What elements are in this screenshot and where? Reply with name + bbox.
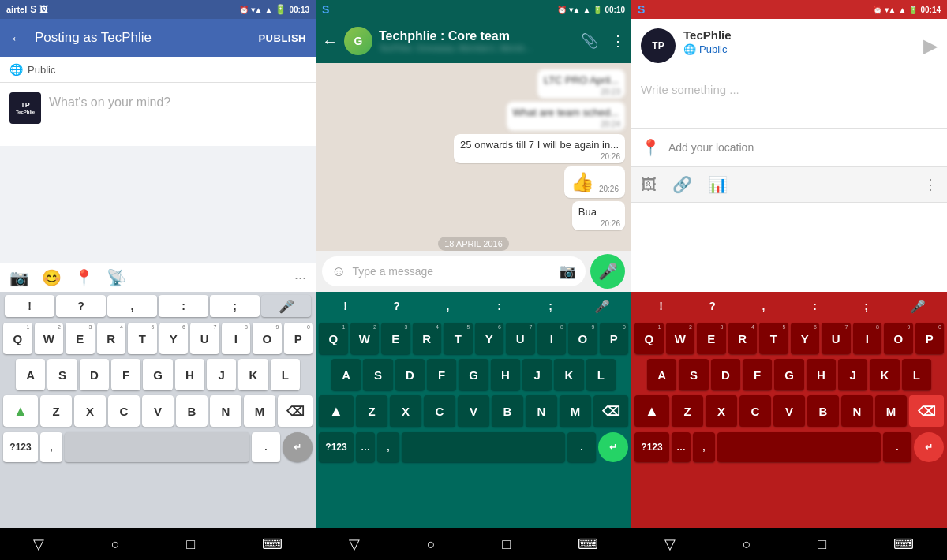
key-a-2[interactable]: A bbox=[331, 359, 361, 390]
key-m-1[interactable]: M bbox=[244, 395, 275, 427]
nav-recent-3[interactable]: □ bbox=[818, 536, 826, 553]
key-o-1[interactable]: O9 bbox=[253, 323, 282, 354]
key-f-1[interactable]: F bbox=[111, 359, 140, 390]
sym-comma-sym-1[interactable]: , bbox=[107, 295, 157, 317]
shift-key-3[interactable]: ▲ bbox=[634, 395, 669, 427]
shift-key-1[interactable]: ▲ bbox=[3, 395, 38, 427]
key-b-2[interactable]: B bbox=[492, 395, 523, 427]
attach-link-icon[interactable]: 🔗 bbox=[672, 175, 692, 194]
key-r-3[interactable]: R4 bbox=[728, 323, 758, 354]
key-o-2[interactable]: O9 bbox=[568, 323, 597, 354]
key-e-2[interactable]: E3 bbox=[381, 323, 410, 354]
wa-emoji-icon[interactable]: ☺ bbox=[331, 263, 346, 280]
key-x-3[interactable]: X bbox=[706, 395, 737, 427]
back-button-2[interactable]: ← bbox=[322, 32, 338, 50]
enter-key-2[interactable]: ↵ bbox=[598, 432, 628, 462]
shift-key-2[interactable]: ▲ bbox=[319, 395, 354, 427]
key-v-1[interactable]: V bbox=[142, 395, 174, 427]
num-key-3[interactable]: ?123 bbox=[634, 432, 669, 462]
nav-keyboard-1[interactable]: ⌨ bbox=[262, 536, 283, 553]
wa-more-icon[interactable]: ⋮ bbox=[611, 32, 625, 50]
comma-key-3[interactable]: , bbox=[693, 432, 715, 462]
key-h-2[interactable]: H bbox=[491, 359, 520, 390]
sym-comma-sym-3[interactable]: , bbox=[739, 295, 788, 317]
nav-recent-2[interactable]: □ bbox=[502, 536, 511, 553]
comma-key-2[interactable]: , bbox=[377, 432, 399, 462]
key-l-1[interactable]: L bbox=[271, 359, 300, 390]
compose-area[interactable]: TP TecPhlie What's on your mind? bbox=[0, 83, 316, 146]
nav-back-1[interactable]: ▽ bbox=[33, 536, 44, 553]
num-key-1[interactable]: ?123 bbox=[3, 432, 38, 462]
write-area-3[interactable]: Write something ... bbox=[631, 73, 947, 129]
key-r-2[interactable]: R4 bbox=[413, 323, 442, 354]
key-q-2[interactable]: Q1 bbox=[319, 323, 348, 354]
enter-key-1[interactable]: ↵ bbox=[283, 432, 313, 462]
sym-colon-1[interactable]: : bbox=[159, 295, 208, 317]
camera-toolbar-icon[interactable]: 📷 bbox=[9, 268, 29, 287]
key-f-2[interactable]: F bbox=[427, 359, 456, 390]
key-u-3[interactable]: U7 bbox=[822, 323, 851, 354]
key-v-3[interactable]: V bbox=[773, 395, 805, 427]
key-v-2[interactable]: V bbox=[458, 395, 489, 427]
key-w-1[interactable]: W2 bbox=[35, 323, 64, 354]
sym-question-1[interactable]: ? bbox=[56, 295, 106, 317]
nav-home-3[interactable]: ○ bbox=[743, 536, 751, 553]
group-avatar-2[interactable]: G bbox=[344, 27, 372, 55]
num-key-2[interactable]: ?123 bbox=[319, 432, 354, 462]
key-j-1[interactable]: J bbox=[207, 359, 236, 390]
key-b-1[interactable]: B bbox=[176, 395, 208, 427]
publish-button[interactable]: PUBLISH bbox=[258, 32, 306, 44]
key-n-1[interactable]: N bbox=[210, 395, 241, 427]
dots-key-2[interactable]: … bbox=[356, 432, 375, 462]
key-t-2[interactable]: T5 bbox=[444, 323, 473, 354]
key-h-3[interactable]: H bbox=[807, 359, 836, 390]
key-u-1[interactable]: U7 bbox=[190, 323, 219, 354]
attach-chart-icon[interactable]: 📊 bbox=[708, 175, 728, 194]
key-d-1[interactable]: D bbox=[80, 359, 109, 390]
key-i-2[interactable]: I8 bbox=[537, 323, 567, 354]
key-k-3[interactable]: K bbox=[870, 359, 899, 390]
key-g-3[interactable]: G bbox=[774, 359, 803, 390]
sym-question-3[interactable]: ? bbox=[687, 295, 737, 317]
key-e-1[interactable]: E3 bbox=[66, 323, 95, 354]
period-key-3[interactable]: . bbox=[883, 432, 911, 462]
nav-home-1[interactable]: ○ bbox=[111, 536, 120, 553]
key-r-1[interactable]: R4 bbox=[97, 323, 126, 354]
key-k-2[interactable]: K bbox=[554, 359, 583, 390]
backspace-key-3[interactable]: ⌫ bbox=[909, 395, 944, 427]
key-i-3[interactable]: I8 bbox=[853, 323, 882, 354]
comma-key-1[interactable]: , bbox=[40, 432, 62, 462]
nav-recent-1[interactable]: □ bbox=[186, 536, 195, 553]
key-z-1[interactable]: Z bbox=[40, 395, 72, 427]
key-y-2[interactable]: Y6 bbox=[475, 323, 504, 354]
mic-icon-3[interactable]: 🎤 bbox=[893, 295, 942, 317]
sym-semicolon-1[interactable]: ; bbox=[210, 295, 260, 317]
mic-icon-2[interactable]: 🎤 bbox=[577, 295, 627, 317]
period-key-2[interactable]: . bbox=[567, 432, 596, 462]
sym-comma-sym-2[interactable]: , bbox=[423, 295, 473, 317]
key-l-3[interactable]: L bbox=[902, 359, 931, 390]
key-y-3[interactable]: Y6 bbox=[791, 323, 820, 354]
audience-row[interactable]: 🌐 Public bbox=[0, 57, 316, 83]
key-o-3[interactable]: O9 bbox=[884, 323, 913, 354]
key-j-3[interactable]: J bbox=[838, 359, 867, 390]
key-p-1[interactable]: P0 bbox=[284, 323, 313, 354]
key-n-3[interactable]: N bbox=[841, 395, 873, 427]
period-key-1[interactable]: . bbox=[252, 432, 280, 462]
key-m-2[interactable]: M bbox=[560, 395, 591, 427]
location-toolbar-icon[interactable]: 📍 bbox=[74, 268, 94, 287]
key-d-2[interactable]: D bbox=[395, 359, 425, 390]
key-y-1[interactable]: Y6 bbox=[159, 323, 189, 354]
key-w-2[interactable]: W2 bbox=[350, 323, 380, 354]
key-t-3[interactable]: T5 bbox=[759, 323, 788, 354]
key-i-1[interactable]: I8 bbox=[222, 323, 251, 354]
key-k-1[interactable]: K bbox=[238, 359, 268, 390]
nav-home-2[interactable]: ○ bbox=[427, 536, 436, 553]
key-a-1[interactable]: A bbox=[16, 359, 45, 390]
more-toolbar-icon[interactable]: ··· bbox=[294, 270, 306, 286]
key-h-1[interactable]: H bbox=[175, 359, 204, 390]
key-z-2[interactable]: Z bbox=[356, 395, 387, 427]
sym-question-2[interactable]: ? bbox=[372, 295, 421, 317]
key-w-3[interactable]: W2 bbox=[666, 323, 695, 354]
sym-exclaim-1[interactable]: ! bbox=[5, 295, 54, 317]
